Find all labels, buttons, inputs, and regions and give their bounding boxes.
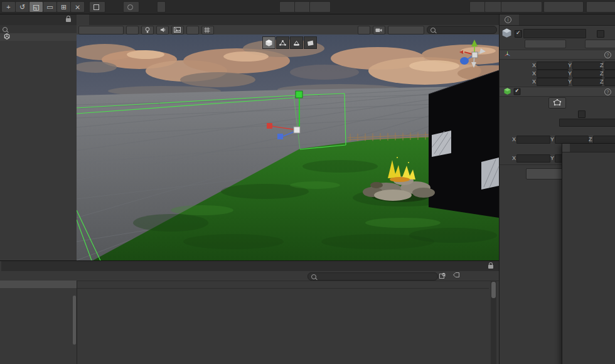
gizmo-x-handle[interactable]: [267, 123, 272, 129]
edit-collider-button[interactable]: [548, 97, 566, 109]
component-enabled-checkbox[interactable]: [514, 88, 521, 95]
scene-effects-dropdown[interactable]: [171, 26, 184, 35]
help-icon[interactable]: ?: [604, 88, 611, 95]
custom-tool-button[interactable]: ⨯: [70, 1, 85, 13]
center-x-field[interactable]: [516, 136, 550, 144]
rotation-z-field[interactable]: [604, 70, 615, 78]
grid-snap-button[interactable]: [157, 1, 166, 13]
rotate-tool-button[interactable]: ↺: [15, 1, 29, 13]
position-z-field[interactable]: [604, 62, 615, 70]
layer-dropdown[interactable]: [585, 40, 615, 48]
scene-viewport[interactable]: [77, 35, 499, 260]
main-toolbar: +↺◱▭⊞⨯: [0, 0, 615, 14]
scale-tool-button[interactable]: ◱: [29, 1, 43, 13]
gizmos-dropdown[interactable]: [388, 26, 424, 35]
object-name-field[interactable]: [523, 29, 586, 38]
scene-tabbar: [77, 14, 499, 26]
search-by-type-button[interactable]: [439, 272, 446, 279]
probuilder-window: [562, 143, 615, 364]
active-checkbox[interactable]: [515, 30, 522, 38]
scene-header-row[interactable]: [0, 33, 77, 41]
project-toolbar: [0, 271, 499, 281]
assets-grid: [77, 288, 489, 364]
probuilder-titlebar[interactable]: [562, 144, 615, 153]
material-field[interactable]: [559, 119, 615, 127]
transform-component-header[interactable]: ?: [500, 50, 615, 60]
scale-z-field[interactable]: [604, 78, 615, 86]
center-row: X Y Z: [500, 136, 615, 143]
gizmo-z-handle[interactable]: [277, 134, 283, 139]
position-x-field[interactable]: [537, 62, 569, 70]
shading-dropdown[interactable]: [78, 26, 124, 35]
scene-lighting-toggle[interactable]: [141, 26, 154, 35]
scene-camera-dropdown[interactable]: [373, 26, 385, 35]
scale-x-field[interactable]: [537, 78, 569, 86]
tab-inspector[interactable]: i: [500, 14, 519, 25]
tab-lighting[interactable]: [532, 14, 544, 25]
scene-tools-button[interactable]: [358, 26, 370, 35]
size-x-field[interactable]: [516, 154, 550, 163]
axis-cone[interactable]: [471, 62, 476, 68]
axis-x-cone[interactable]: [459, 50, 463, 54]
transform-tool-button[interactable]: ⊞: [56, 1, 71, 13]
layout-dropdown[interactable]: [586, 1, 615, 13]
is-trigger-checkbox[interactable]: [578, 110, 586, 118]
tab-navigation[interactable]: [519, 14, 532, 25]
axis-y-cone[interactable]: [471, 40, 478, 46]
axis-center-cube[interactable]: [472, 52, 478, 58]
grid-scrollbar[interactable]: [491, 281, 496, 364]
tab-profiler[interactable]: [102, 14, 114, 25]
tab-animator[interactable]: [114, 14, 127, 25]
2d-toggle[interactable]: [126, 26, 139, 35]
assets-root-item[interactable]: [0, 281, 77, 288]
edge-mode-button[interactable]: [290, 36, 303, 49]
tab-audio-mixer[interactable]: [164, 261, 177, 271]
gizmo-center-handle[interactable]: [294, 127, 300, 133]
info-icon: i: [505, 16, 511, 23]
face-mode-button[interactable]: [304, 36, 317, 49]
lock-icon[interactable]: [488, 265, 493, 269]
scene-search-input[interactable]: [427, 26, 497, 34]
project-folder-tree: [0, 281, 77, 364]
rect-tool-button[interactable]: ▭: [43, 1, 57, 13]
account-dropdown[interactable]: [501, 1, 542, 13]
rotation-x-field[interactable]: [537, 70, 569, 78]
tag-dropdown[interactable]: [525, 40, 566, 48]
probuilder-actions: [562, 153, 615, 155]
project-search-input[interactable]: [308, 272, 438, 281]
object-mode-button[interactable]: [262, 36, 275, 49]
static-checkbox[interactable]: [597, 30, 604, 38]
search-by-label-button[interactable]: [453, 272, 459, 277]
vertex-mode-button[interactable]: [276, 36, 289, 49]
rotation-y-field[interactable]: [572, 70, 602, 78]
axis-cone[interactable]: [479, 48, 486, 54]
layers-dropdown[interactable]: [543, 1, 584, 13]
scale-y-field[interactable]: [572, 78, 602, 86]
scene-grid-dropdown[interactable]: [201, 26, 214, 35]
scene-audio-toggle[interactable]: [156, 26, 169, 35]
tab-project[interactable]: [0, 261, 1, 271]
local-toggle[interactable]: [123, 1, 139, 13]
search-by-type-icon: [439, 272, 446, 279]
scale-row: X Y Z: [500, 78, 615, 85]
project-panel: [0, 260, 499, 364]
scene-hidden-count[interactable]: [186, 26, 199, 35]
pivot-toggle[interactable]: [89, 1, 105, 13]
tab-console[interactable]: [62, 261, 74, 271]
step-button[interactable]: [309, 1, 331, 13]
orientation-gizmo[interactable]: [456, 38, 495, 70]
axis-z-cone[interactable]: [460, 57, 469, 65]
global-icon: [127, 4, 133, 10]
hierarchy-panel: [0, 14, 77, 260]
position-y-field[interactable]: [572, 62, 602, 70]
box-collider-header[interactable]: ?: [500, 87, 615, 97]
lock-icon[interactable]: [66, 18, 71, 22]
help-icon[interactable]: ?: [604, 51, 611, 58]
scrollbar-thumb[interactable]: [491, 282, 496, 298]
move-tool-button[interactable]: +: [1, 1, 16, 13]
hierarchy-search[interactable]: [0, 25, 77, 34]
tab-game[interactable]: [89, 14, 102, 25]
tree-scrollbar[interactable]: [73, 296, 76, 345]
gameobject-cube-icon: [502, 28, 511, 39]
tab-scene[interactable]: [77, 14, 89, 25]
